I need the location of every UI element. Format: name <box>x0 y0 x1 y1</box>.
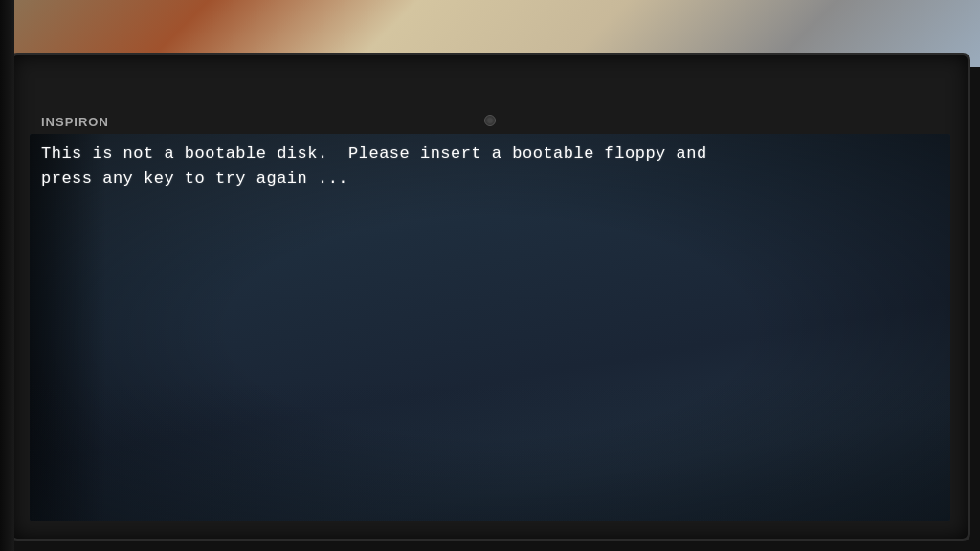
monitor-screen: This is not a bootable disk. Please inse… <box>30 134 950 521</box>
monitor-brand-label: INSPIRON <box>41 115 109 129</box>
bios-message-line2: press any key to try again ... <box>41 166 939 191</box>
bios-error-text: This is not a bootable disk. Please inse… <box>41 142 939 190</box>
monitor-bezel: INSPIRON This is not a bootable disk. Pl… <box>10 53 970 541</box>
photo-wrapper: INSPIRON This is not a bootable disk. Pl… <box>0 0 980 551</box>
screen-bottom-fade <box>30 378 950 521</box>
webcam-dot <box>484 115 496 126</box>
bios-message-line1: This is not a bootable disk. Please inse… <box>41 142 939 166</box>
left-panel <box>0 0 14 551</box>
